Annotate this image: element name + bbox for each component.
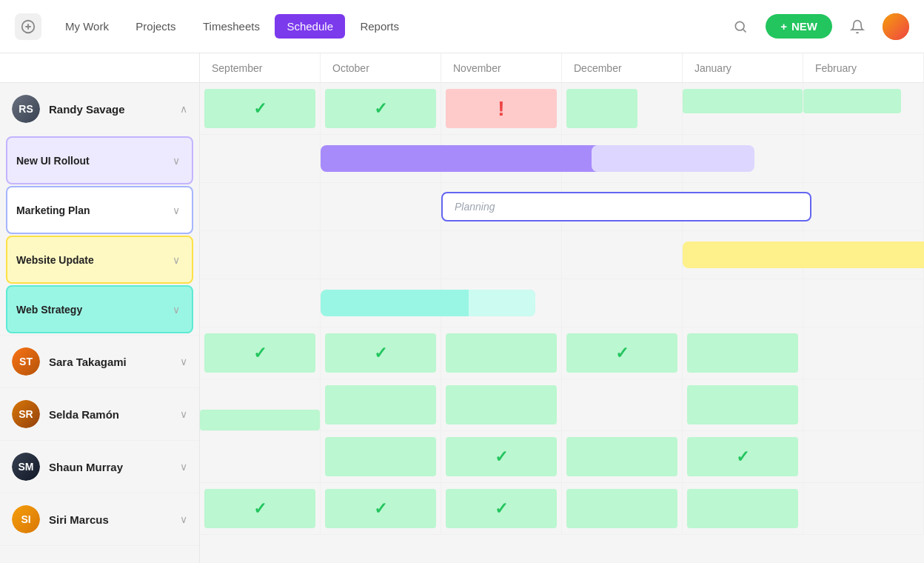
person-selda[interactable]: SR Selda Ramón ∨ (0, 388, 199, 440)
cal-row-web-strategy (200, 279, 924, 327)
month-nov: November (441, 53, 562, 82)
new-plus-icon: + (780, 20, 787, 33)
cal-cell-new-ui-oct (321, 135, 441, 182)
cal-cell-ws-oct (321, 279, 441, 327)
website-yellow-bar[interactable] (683, 241, 924, 268)
sara-oct-check: ✓ (374, 344, 387, 363)
cal-row-shaun: ✓ ✓ (200, 431, 924, 483)
siri-jan-block (687, 489, 798, 528)
cal-row-new-ui (200, 135, 924, 183)
chevron-marketing[interactable]: ∨ (173, 204, 180, 216)
project-web-strategy[interactable]: Web Strategy ∨ (6, 285, 193, 333)
calendar-grid: ✓ ✓ ! (200, 83, 924, 563)
chevron-sara[interactable]: ∨ (180, 356, 187, 367)
person-name-sara: Sara Takagami (49, 356, 171, 368)
cal-cell-new-ui-sep (200, 135, 321, 182)
sara-sep-block: ✓ (204, 333, 315, 373)
cal-cell-selda-nov (441, 379, 562, 430)
planning-label: Planning (455, 201, 495, 213)
app-logo[interactable] (15, 13, 41, 40)
project-new-ui-rollout[interactable]: New UI Rollout ∨ (6, 136, 193, 184)
shaun-jan-block: ✓ (687, 437, 798, 476)
nav-my-work[interactable]: My Work (53, 14, 121, 39)
shaun-oct-block (325, 437, 436, 476)
shaun-jan-check: ✓ (736, 447, 749, 467)
randy-sep-block: ✓ (204, 89, 315, 128)
selda-nov-block (446, 385, 557, 424)
cal-cell-shaun-nov: ✓ (441, 431, 562, 482)
project-label-new-ui: New UI Rollout (16, 155, 164, 167)
chevron-website[interactable]: ∨ (173, 254, 180, 266)
search-button[interactable] (727, 13, 754, 40)
avatar-siri: SI (12, 505, 40, 533)
cal-cell-website-jan (683, 231, 803, 279)
chevron-shaun[interactable]: ∨ (180, 461, 187, 473)
project-marketing-plan[interactable]: Marketing Plan ∨ (6, 186, 193, 234)
siri-dec-block (566, 489, 677, 528)
cal-cell-shaun-jan: ✓ (683, 431, 803, 482)
selda-oct-block (325, 385, 436, 424)
month-oct: October (321, 53, 441, 82)
siri-nov-check: ✓ (495, 499, 508, 519)
person-name-selda: Selda Ramón (49, 408, 171, 421)
marketing-planning-bar[interactable]: Planning (441, 192, 811, 221)
month-sep: September (200, 53, 321, 82)
month-header-row: September October November December Janu… (200, 53, 924, 82)
nav-schedule[interactable]: Schedule (275, 14, 345, 39)
cal-row-randy: ✓ ✓ ! (200, 83, 924, 135)
randy-oct-block: ✓ (325, 89, 436, 128)
cal-cell-marketing-sep (200, 183, 321, 230)
cal-cell-randy-feb (803, 83, 924, 134)
project-website-update[interactable]: Website Update ∨ (6, 236, 193, 284)
siri-sep-block: ✓ (204, 489, 315, 528)
chevron-selda[interactable]: ∨ (180, 408, 187, 420)
person-row-selda: SR Selda Ramón ∨ (0, 388, 199, 441)
new-ui-light-purple-bar[interactable] (592, 145, 754, 172)
chevron-randy[interactable]: ∧ (180, 103, 187, 115)
person-name-randy: Randy Savage (49, 103, 171, 116)
new-button[interactable]: + NEW (766, 14, 832, 39)
ws-teal-bar[interactable] (321, 290, 535, 316)
shaun-nov-check: ✓ (495, 447, 508, 467)
cal-cell-shaun-dec (562, 431, 683, 482)
cal-cell-siri-dec (562, 483, 683, 534)
avatar-selda: SR (12, 400, 40, 428)
cal-row-siri: ✓ ✓ ✓ (200, 483, 924, 535)
person-sara[interactable]: ST Sara Takagami ∨ (0, 336, 199, 387)
chevron-web-strategy[interactable]: ∨ (173, 304, 180, 316)
person-row-siri: SI Siri Marcus ∨ (0, 493, 199, 546)
project-label-marketing: Marketing Plan (16, 204, 164, 216)
cal-cell-new-ui-feb (803, 135, 924, 182)
project-label-website: Website Update (16, 254, 164, 266)
person-siri[interactable]: SI Siri Marcus ∨ (0, 493, 199, 545)
shaun-dec-block (566, 437, 677, 476)
selda-jan-block (687, 385, 798, 424)
randy-nov-block: ! (446, 89, 557, 128)
cal-cell-ws-feb (803, 279, 924, 327)
siri-sep-check: ✓ (253, 499, 267, 519)
chevron-new-ui[interactable]: ∨ (173, 155, 180, 167)
notifications-button[interactable] (844, 13, 871, 40)
siri-oct-block: ✓ (325, 489, 436, 528)
randy-dec-block (566, 89, 637, 128)
cal-cell-selda-jan (683, 379, 803, 430)
user-avatar[interactable] (883, 13, 909, 40)
person-shaun[interactable]: SM Shaun Murray ∨ (0, 441, 199, 493)
avatar-shaun: SM (12, 453, 40, 481)
month-feb: February (803, 53, 924, 82)
cal-cell-marketing-oct (321, 183, 441, 230)
cal-row-website (200, 231, 924, 279)
person-list: RS Randy Savage ∧ New UI Rollout ∨ Marke… (0, 83, 200, 563)
shaun-nov-block: ✓ (446, 437, 557, 476)
nav-timesheets[interactable]: Timesheets (191, 14, 272, 39)
siri-nov-block: ✓ (446, 489, 557, 528)
cal-cell-website-oct (321, 231, 441, 279)
randy-feb-block (803, 89, 901, 113)
cal-cell-ws-dec (562, 279, 683, 327)
person-randy[interactable]: RS Randy Savage ∧ (0, 83, 199, 135)
nav-projects[interactable]: Projects (124, 14, 187, 39)
cal-cell-website-sep (200, 231, 321, 279)
chevron-siri[interactable]: ∨ (180, 513, 187, 525)
cal-cell-siri-oct: ✓ (321, 483, 441, 534)
nav-reports[interactable]: Reports (348, 14, 411, 39)
